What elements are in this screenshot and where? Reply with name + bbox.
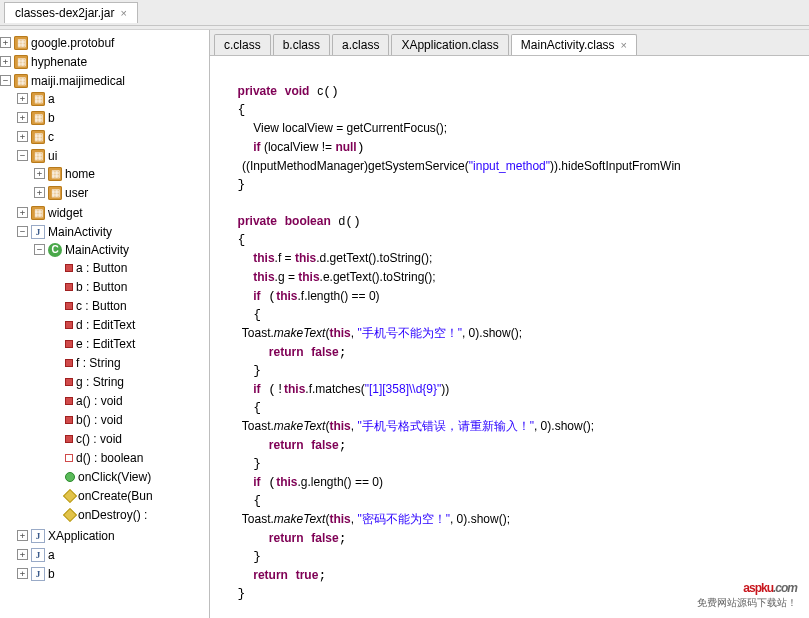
expand-icon[interactable]: +	[0, 37, 11, 48]
file-tab[interactable]: classes-dex2jar.jar ×	[4, 2, 138, 23]
top-tab-bar: classes-dex2jar.jar ×	[0, 0, 809, 26]
package-icon: ▦	[48, 186, 62, 200]
expand-icon[interactable]: +	[17, 530, 28, 541]
package-icon: ▦	[31, 92, 45, 106]
tree-node-method[interactable]: c() : void	[51, 430, 209, 447]
package-icon: ▦	[48, 167, 62, 181]
expand-icon[interactable]: +	[17, 112, 28, 123]
close-icon[interactable]: ×	[120, 7, 126, 19]
tab-xapplication-class[interactable]: XApplication.class	[391, 34, 508, 55]
method-private-icon	[65, 454, 73, 462]
field-private-icon	[65, 302, 73, 310]
tab-mainactivity-class[interactable]: MainActivity.class×	[511, 34, 637, 55]
package-icon: ▦	[14, 74, 28, 88]
java-file-icon: J	[31, 567, 45, 581]
tree-node-method[interactable]: onCreate(Bun	[51, 487, 209, 504]
tree-node-method[interactable]: onClick(View)	[51, 468, 209, 485]
java-file-icon: J	[31, 529, 45, 543]
collapse-icon[interactable]: −	[17, 226, 28, 237]
tree-node-field[interactable]: g : String	[51, 373, 209, 390]
tree-node-javafile[interactable]: −JMainActivity	[17, 223, 209, 240]
tab-b-class[interactable]: b.class	[273, 34, 330, 55]
tree-node-package[interactable]: +▦hyphenate	[0, 53, 209, 70]
tree-node-class[interactable]: −CMainActivity	[34, 241, 209, 258]
package-icon: ▦	[31, 130, 45, 144]
file-tab-label: classes-dex2jar.jar	[15, 6, 114, 20]
tree-node-javafile[interactable]: +JXApplication	[17, 527, 209, 544]
collapse-icon[interactable]: −	[0, 75, 11, 86]
expand-icon[interactable]: +	[34, 168, 45, 179]
tab-a-class[interactable]: a.class	[332, 34, 389, 55]
tree-node-package[interactable]: +▦b	[17, 109, 209, 126]
package-icon: ▦	[14, 36, 28, 50]
expand-icon[interactable]: +	[17, 568, 28, 579]
tab-c-class[interactable]: c.class	[214, 34, 271, 55]
expand-icon[interactable]: +	[17, 131, 28, 142]
tree-node-package[interactable]: +▦a	[17, 90, 209, 107]
expand-icon[interactable]: +	[0, 56, 11, 67]
method-protected-icon	[63, 507, 77, 521]
tree-node-method[interactable]: a() : void	[51, 392, 209, 409]
expand-icon[interactable]: +	[17, 93, 28, 104]
collapse-icon[interactable]: −	[34, 244, 45, 255]
tree-node-field[interactable]: c : Button	[51, 297, 209, 314]
expand-icon[interactable]: +	[34, 187, 45, 198]
field-private-icon	[65, 321, 73, 329]
class-icon: C	[48, 243, 62, 257]
field-private-icon	[65, 283, 73, 291]
expand-icon[interactable]: +	[17, 207, 28, 218]
field-private-icon	[65, 378, 73, 386]
package-icon: ▦	[31, 111, 45, 125]
java-file-icon: J	[31, 548, 45, 562]
tree-node-method[interactable]: onDestroy() :	[51, 506, 209, 523]
tree-node-package[interactable]: +▦user	[34, 184, 209, 201]
tree-node-field[interactable]: e : EditText	[51, 335, 209, 352]
collapse-icon[interactable]: −	[17, 150, 28, 161]
tree-node-field[interactable]: f : String	[51, 354, 209, 371]
tree-node-package[interactable]: +▦widget	[17, 204, 209, 221]
field-private-icon	[65, 340, 73, 348]
method-protected-icon	[63, 488, 77, 502]
tree-node-package[interactable]: −▦maiji.maijimedical	[0, 72, 209, 89]
tree-node-field[interactable]: b : Button	[51, 278, 209, 295]
package-icon: ▦	[31, 206, 45, 220]
tree-node-package[interactable]: +▦c	[17, 128, 209, 145]
editor-tab-bar: c.class b.class a.class XApplication.cla…	[210, 30, 809, 56]
field-private-icon	[65, 264, 73, 272]
method-public-icon	[65, 472, 75, 482]
code-editor[interactable]: private void c() { View localView = getC…	[210, 56, 809, 618]
method-private-icon	[65, 416, 73, 424]
tree-node-javafile[interactable]: +Ja	[17, 546, 209, 563]
tree-node-package[interactable]: +▦home	[34, 165, 209, 182]
package-tree[interactable]: +▦google.protobuf +▦hyphenate −▦maiji.ma…	[0, 30, 210, 618]
tree-node-method[interactable]: d() : boolean	[51, 449, 209, 466]
field-private-icon	[65, 359, 73, 367]
expand-icon[interactable]: +	[17, 549, 28, 560]
tree-node-package[interactable]: −▦ui	[17, 147, 209, 164]
close-icon[interactable]: ×	[621, 39, 627, 51]
method-private-icon	[65, 397, 73, 405]
java-file-icon: J	[31, 225, 45, 239]
tree-node-javafile[interactable]: +Jb	[17, 565, 209, 582]
tree-node-field[interactable]: d : EditText	[51, 316, 209, 333]
tree-node-package[interactable]: +▦google.protobuf	[0, 34, 209, 51]
method-private-icon	[65, 435, 73, 443]
tree-node-method[interactable]: b() : void	[51, 411, 209, 428]
package-icon: ▦	[31, 149, 45, 163]
package-icon: ▦	[14, 55, 28, 69]
tree-node-field[interactable]: a : Button	[51, 259, 209, 276]
